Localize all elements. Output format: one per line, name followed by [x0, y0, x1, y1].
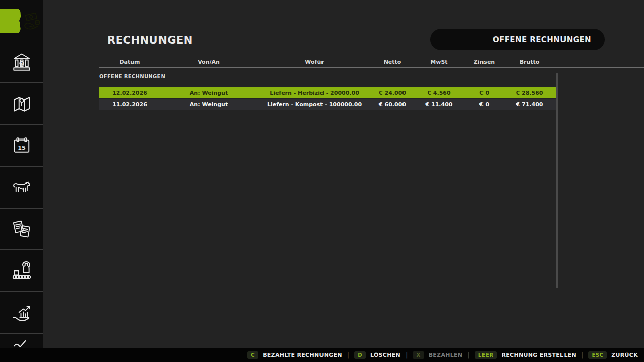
calendar-icon: 15 [10, 134, 34, 158]
calendar-day-label: 15 [18, 145, 26, 151]
hotkey-separator: | [406, 352, 408, 359]
cell-zinsen: € 0 [465, 101, 503, 108]
hotkey-delete[interactable]: D LÖSCHEN [354, 351, 400, 359]
table-scrollbar[interactable] [556, 73, 558, 288]
sidebar-item-contracts[interactable] [0, 209, 43, 250]
map-icon [10, 92, 34, 116]
key-badge-esc: ESC [588, 351, 607, 359]
finances-icon [22, 9, 43, 33]
cell-netto: € 60.000 [372, 101, 413, 108]
main-panel: RECHNUNGEN OFFENE RECHNUNGEN Datum Von/A… [43, 0, 644, 348]
documents-icon [10, 217, 34, 241]
svg-text:$: $ [20, 61, 23, 65]
open-invoices-filter-button[interactable]: OFFENE RECHNUNGEN [430, 29, 605, 50]
table-header-row: Datum Von/An Wofür Netto MwSt Zinsen Bru… [99, 58, 556, 67]
cell-netto: € 24.000 [372, 89, 413, 96]
section-label-open-invoices: OFFENE RECHNUNGEN [99, 74, 165, 79]
hotkey-bar: C BEZAHLTE RECHNUNGEN | D LÖSCHEN | X BE… [0, 348, 644, 362]
hotkey-separator: | [347, 352, 349, 359]
key-badge-c: C [247, 351, 258, 359]
active-tab-background [0, 9, 22, 33]
key-badge-space: LEER [475, 351, 497, 359]
statistics-icon [10, 301, 34, 325]
hotkey-separator: | [581, 352, 583, 359]
cell-mwst: € 4.560 [413, 89, 465, 96]
cell-wofuer: Liefern - Kompost - 100000.00 [257, 101, 372, 108]
sidebar-item-finances[interactable] [0, 0, 43, 42]
invoices-screen: $ 15 [0, 0, 644, 362]
column-header-wofuer: Wofür [257, 58, 372, 67]
page-title: RECHNUNGEN [107, 34, 193, 46]
sidebar-item-calendar[interactable]: 15 [0, 125, 43, 167]
cow-icon [10, 175, 34, 200]
hotkey-pay: X BEZAHLEN [413, 351, 462, 359]
hotkey-separator: | [467, 352, 469, 359]
hotkey-label: BEZAHLTE RECHNUNGEN [263, 352, 342, 358]
key-badge-x: X [413, 351, 424, 359]
sidebar-item-statistics[interactable] [0, 292, 43, 334]
column-header-brutto: Brutto [503, 58, 556, 67]
hotkey-create-invoice[interactable]: LEER RECHNUNG ERSTELLEN [475, 351, 576, 359]
invoice-row[interactable]: 11.02.2026 An: Weingut Liefern - Kompost… [99, 99, 556, 110]
cell-zinsen: € 0 [465, 89, 503, 96]
cell-wofuer: Liefern - Herbizid - 20000.00 [257, 89, 372, 96]
sidebar-item-map[interactable] [0, 83, 43, 125]
cell-mwst: € 11.400 [413, 101, 465, 108]
sidebar: $ 15 [0, 0, 43, 348]
hotkey-label: ZURÜCK [611, 352, 638, 358]
sidebar-item-animals[interactable] [0, 167, 43, 209]
hotkey-label: BEZAHLEN [429, 352, 463, 358]
cell-von-an: An: Weingut [161, 101, 257, 108]
cell-datum: 11.02.2026 [99, 101, 161, 108]
column-header-mwst: MwSt [413, 58, 465, 67]
cell-datum: 12.02.2026 [99, 89, 161, 96]
hotkey-label: LÖSCHEN [370, 352, 400, 358]
table-header-divider [99, 67, 644, 68]
hotkey-back[interactable]: ESC ZURÜCK [588, 351, 638, 359]
cell-von-an: An: Weingut [161, 89, 257, 96]
production-icon [10, 259, 34, 283]
cell-brutto: € 28.560 [503, 89, 556, 96]
column-header-netto: Netto [372, 58, 413, 67]
column-header-datum: Datum [99, 58, 161, 67]
invoice-row-selected[interactable]: 12.02.2026 An: Weingut Liefern - Herbizi… [99, 87, 556, 98]
signature-icon [10, 338, 34, 348]
bank-icon: $ [10, 50, 34, 74]
sidebar-item-production[interactable] [0, 250, 43, 292]
sidebar-item-signature[interactable] [0, 334, 43, 348]
key-badge-d: D [354, 351, 366, 359]
sidebar-item-bank[interactable]: $ [0, 42, 43, 83]
hotkey-paid-invoices[interactable]: C BEZAHLTE RECHNUNGEN [247, 351, 342, 359]
hotkey-label: RECHNUNG ERSTELLEN [501, 352, 576, 358]
column-header-zinsen: Zinsen [465, 58, 503, 67]
cell-brutto: € 71.400 [503, 101, 556, 108]
column-header-von-an: Von/An [161, 58, 257, 67]
